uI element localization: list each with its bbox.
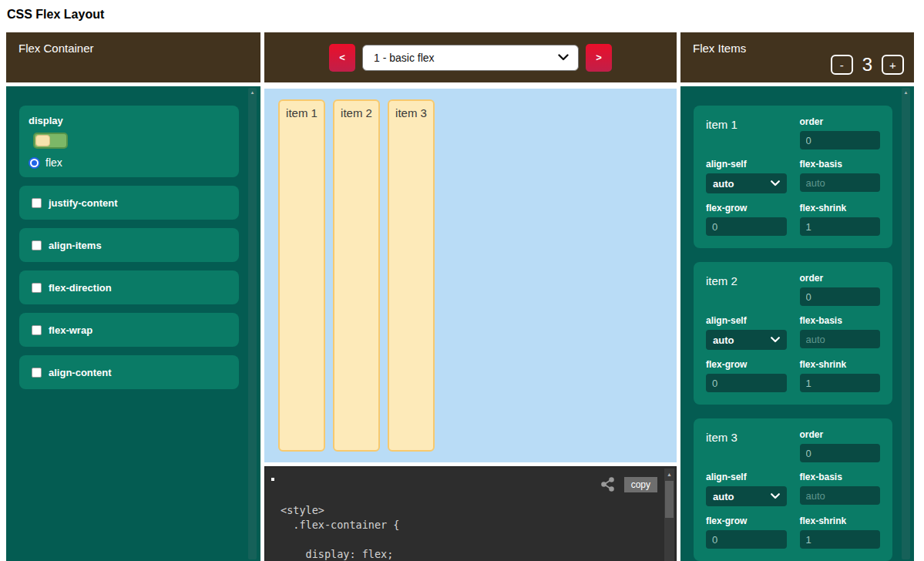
page-title: CSS Flex Layout	[0, 0, 924, 32]
flex-basis-label: flex-basis	[800, 159, 881, 170]
flex-radio-dot	[32, 160, 37, 166]
display-label: display	[29, 115, 227, 126]
item-2-flex-shrink-input[interactable]	[800, 374, 881, 392]
item-3-flex-grow-input[interactable]	[706, 530, 787, 549]
flex-container-panel-title: Flex Container	[18, 42, 94, 55]
add-item-button[interactable]: +	[882, 55, 904, 75]
item-1-flex-basis-field: flex-basis	[800, 159, 881, 193]
copy-button[interactable]: copy	[624, 477, 657, 492]
flex-shrink-label: flex-shrink	[800, 203, 881, 213]
item-3-align-self-select[interactable]: auto	[706, 486, 787, 506]
flex-basis-label: flex-basis	[800, 315, 881, 326]
example-select-value: 1 - basic flex	[374, 52, 558, 64]
item-2-flex-basis-input[interactable]	[800, 330, 881, 348]
item-2-card: item 2 order align-self auto flex-basis	[694, 262, 892, 405]
align-items-label: align-items	[49, 240, 102, 251]
item-1-flex-basis-input[interactable]	[800, 173, 881, 192]
flex-grow-label: flex-grow	[706, 359, 787, 370]
item-2-name: item 2	[706, 273, 787, 306]
preview-flex-item-1: item 1	[278, 99, 325, 452]
item-2-flex-grow-field: flex-grow	[706, 359, 787, 392]
chevron-down-icon	[771, 493, 780, 499]
flex-grow-label: flex-grow	[706, 516, 787, 526]
item-1-flex-grow-field: flex-grow	[706, 203, 787, 236]
flex-wrap-card[interactable]: flex-wrap	[19, 313, 239, 347]
flex-items-panel-body: item 1 order align-self auto flex-basis	[680, 86, 914, 561]
preview-column: < 1 - basic flex > item 1 item 2 item 3	[264, 32, 677, 561]
justify-content-checkbox[interactable]	[32, 198, 42, 208]
item-1-align-self-select[interactable]: auto	[706, 173, 787, 193]
item-1-flex-grow-input[interactable]	[706, 217, 787, 236]
item-2-align-self-field: align-self auto	[706, 315, 787, 350]
align-items-card[interactable]: align-items	[19, 228, 239, 262]
align-self-label: align-self	[706, 315, 787, 326]
code-scrollbar-thumb[interactable]	[665, 481, 674, 518]
item-3-order-field: order	[800, 429, 881, 462]
flex-items-panel: Flex Items - 3 + item 1 order align-self…	[680, 32, 914, 561]
flex-items-panel-header: Flex Items - 3 +	[680, 32, 914, 82]
order-label: order	[800, 116, 881, 127]
flex-wrap-label: flex-wrap	[49, 324, 92, 336]
left-panel-scrollbar[interactable]: ▲	[248, 88, 257, 559]
item-3-order-input[interactable]	[800, 444, 881, 462]
item-2-flex-basis-field: flex-basis	[800, 315, 881, 350]
display-toggle-knob[interactable]	[35, 135, 50, 146]
scroll-up-icon[interactable]: ▲	[664, 469, 674, 480]
scroll-up-icon[interactable]: ▲	[902, 88, 910, 97]
flex-radio[interactable]	[29, 157, 40, 169]
item-2-align-self-value: auto	[713, 334, 771, 346]
flex-preview-stage: item 1 item 2 item 3	[264, 89, 677, 462]
item-3-name: item 3	[706, 429, 787, 462]
order-label: order	[800, 273, 881, 284]
item-count-value: 3	[862, 54, 872, 76]
flex-items-panel-title: Flex Items	[693, 42, 746, 55]
item-3-flex-shrink-field: flex-shrink	[800, 516, 881, 549]
remove-item-button[interactable]: -	[831, 55, 853, 75]
flex-container-panel-header: Flex Container	[6, 32, 260, 82]
code-scrollbar[interactable]: ▲	[664, 469, 674, 561]
example-nav-bar: < 1 - basic flex >	[264, 32, 677, 82]
prev-example-button[interactable]: <	[329, 44, 355, 72]
item-3-flex-shrink-input[interactable]	[800, 530, 881, 549]
display-toggle[interactable]	[33, 133, 68, 149]
item-1-flex-shrink-input[interactable]	[800, 217, 881, 236]
item-3-align-self-value: auto	[713, 491, 771, 502]
flex-direction-card[interactable]: flex-direction	[19, 270, 239, 304]
align-self-label: align-self	[706, 472, 787, 482]
item-2-flex-grow-input[interactable]	[706, 374, 787, 392]
item-1-order-input[interactable]	[800, 131, 881, 149]
flex-wrap-checkbox[interactable]	[32, 325, 42, 335]
flex-shrink-label: flex-shrink	[800, 359, 881, 370]
item-1-flex-shrink-field: flex-shrink	[800, 203, 881, 236]
flex-container-panel-body: display flex justify-content align-items	[6, 86, 260, 561]
share-icon[interactable]	[600, 476, 616, 492]
align-items-checkbox[interactable]	[32, 240, 42, 250]
item-1-card: item 1 order align-self auto flex-basis	[694, 106, 892, 248]
right-panel-scrollbar[interactable]: ▲	[902, 88, 910, 559]
app-layout: Flex Container display flex justify-cont…	[6, 32, 914, 561]
align-content-checkbox[interactable]	[32, 368, 42, 378]
next-example-button[interactable]: >	[586, 44, 612, 72]
justify-content-label: justify-content	[49, 197, 118, 209]
display-flex-radio-row: flex	[29, 156, 227, 169]
scroll-up-icon[interactable]: ▲	[248, 88, 257, 97]
code-toolbar: copy	[600, 476, 657, 492]
item-1-align-self-field: align-self auto	[706, 159, 787, 193]
code-viewer: copy <style> .flex-container { display: …	[264, 466, 677, 561]
chevron-down-icon	[771, 337, 780, 343]
item-2-order-input[interactable]	[800, 287, 881, 306]
flex-direction-checkbox[interactable]	[32, 283, 42, 293]
item-3-flex-basis-input[interactable]	[800, 486, 881, 505]
item-count-controls: - 3 +	[831, 54, 904, 76]
align-self-label: align-self	[706, 159, 787, 170]
preview-flex-item-2: item 2	[333, 99, 380, 452]
item-1-align-self-value: auto	[713, 178, 771, 190]
code-bullet-dot	[271, 478, 274, 481]
item-2-align-self-select[interactable]: auto	[706, 330, 787, 350]
flex-shrink-label: flex-shrink	[800, 516, 881, 526]
flex-basis-label: flex-basis	[800, 472, 881, 482]
justify-content-card[interactable]: justify-content	[19, 186, 239, 220]
align-content-card[interactable]: align-content	[19, 355, 239, 389]
item-3-align-self-field: align-self auto	[706, 472, 787, 506]
example-select[interactable]: 1 - basic flex	[362, 45, 579, 71]
